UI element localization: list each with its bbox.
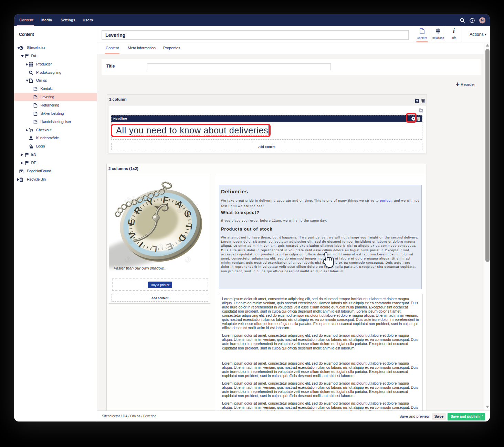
svg-text:?: ?	[471, 19, 473, 22]
